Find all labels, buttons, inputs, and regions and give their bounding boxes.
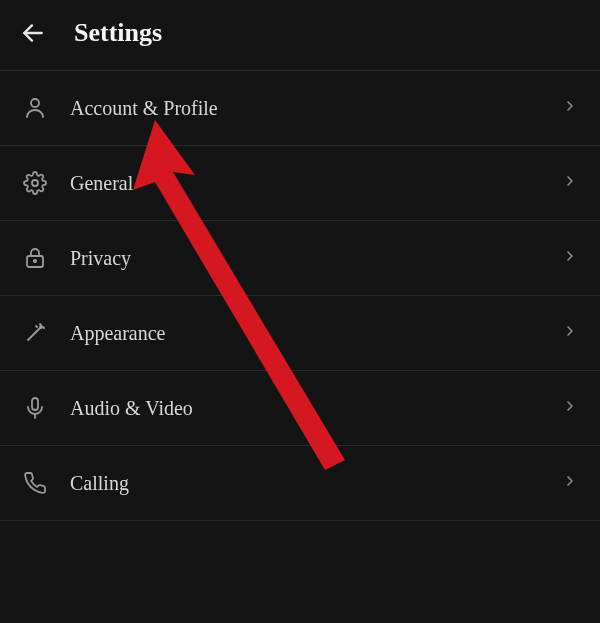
settings-item-calling[interactable]: Calling — [0, 446, 600, 521]
svg-rect-7 — [32, 398, 38, 410]
svg-line-5 — [28, 328, 40, 340]
svg-point-2 — [32, 180, 38, 186]
settings-item-privacy[interactable]: Privacy — [0, 221, 600, 296]
settings-item-appearance[interactable]: Appearance — [0, 296, 600, 371]
lock-icon — [22, 245, 48, 271]
settings-item-label: Privacy — [70, 247, 540, 270]
person-icon — [22, 95, 48, 121]
back-button[interactable] — [20, 20, 46, 46]
arrow-left-icon — [20, 20, 46, 46]
chevron-right-icon — [562, 98, 578, 118]
phone-icon — [22, 470, 48, 496]
settings-item-label: Appearance — [70, 322, 540, 345]
settings-item-label: Audio & Video — [70, 397, 540, 420]
settings-item-label: Calling — [70, 472, 540, 495]
chevron-right-icon — [562, 323, 578, 343]
settings-item-audio-video[interactable]: Audio & Video — [0, 371, 600, 446]
settings-item-label: General — [70, 172, 540, 195]
settings-item-label: Account & Profile — [70, 97, 540, 120]
settings-item-general[interactable]: General — [0, 146, 600, 221]
wand-icon — [22, 320, 48, 346]
settings-item-account-profile[interactable]: Account & Profile — [0, 71, 600, 146]
chevron-right-icon — [562, 173, 578, 193]
svg-point-1 — [31, 99, 39, 107]
svg-point-4 — [34, 260, 36, 262]
microphone-icon — [22, 395, 48, 421]
svg-point-6 — [40, 326, 42, 328]
page-title: Settings — [74, 18, 162, 48]
settings-list: Account & Profile General Privacy — [0, 70, 600, 521]
chevron-right-icon — [562, 248, 578, 268]
header: Settings — [0, 0, 600, 70]
gear-icon — [22, 170, 48, 196]
chevron-right-icon — [562, 473, 578, 493]
chevron-right-icon — [562, 398, 578, 418]
